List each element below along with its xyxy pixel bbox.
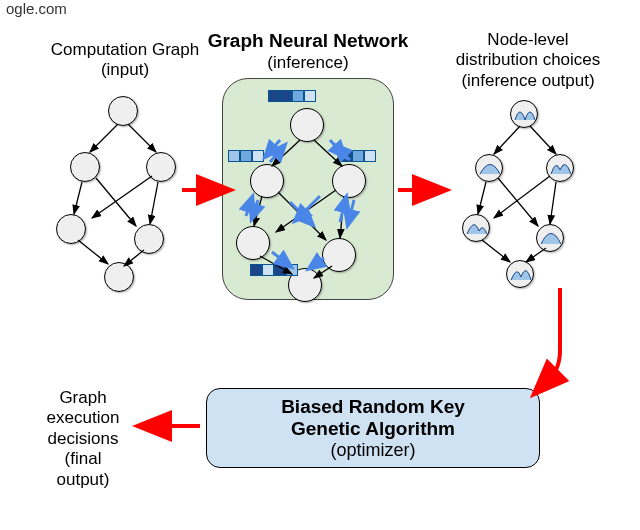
svg-line-30: [478, 182, 486, 214]
svg-line-0: [90, 124, 118, 152]
svg-line-2: [74, 182, 82, 214]
input-node: [104, 262, 134, 292]
diagram-canvas: ogle.com Computation Graph (input) Graph…: [0, 0, 640, 530]
dist-node: [510, 100, 538, 128]
input-node: [70, 152, 100, 182]
svg-line-3: [96, 178, 136, 226]
gnn-node: [332, 164, 366, 198]
optimizer-panel: Biased Random Key Genetic Algorithm (opt…: [206, 388, 540, 468]
final-output-label: Graph execution decisions (final output): [38, 388, 128, 490]
svg-line-4: [150, 182, 158, 224]
svg-line-32: [550, 182, 556, 224]
dist-node: [506, 260, 534, 288]
dist-node: [546, 154, 574, 182]
svg-line-34: [482, 240, 510, 262]
gnn-node: [290, 108, 324, 142]
optimizer-title-l1: Biased Random Key: [281, 396, 465, 418]
feature-bar: [228, 150, 264, 162]
svg-line-33: [494, 176, 550, 218]
svg-line-29: [530, 126, 556, 154]
svg-line-6: [78, 240, 108, 264]
svg-line-1: [128, 124, 156, 152]
output-dist-label: Node-level distribution choices (inferen…: [440, 30, 616, 91]
input-node: [56, 214, 86, 244]
input-node: [108, 96, 138, 126]
header-fragment: ogle.com: [6, 0, 67, 17]
input-graph-label: Computation Graph (input): [40, 40, 210, 81]
input-node: [146, 152, 176, 182]
svg-line-5: [92, 176, 152, 218]
svg-line-31: [498, 178, 538, 226]
svg-line-28: [494, 126, 520, 154]
optimizer-title-l2: Genetic Algorithm: [291, 418, 455, 440]
gnn-node: [322, 238, 356, 272]
feature-bar: [268, 90, 316, 102]
feature-bar: [250, 264, 298, 276]
gnn-node: [250, 164, 284, 198]
feature-bar: [340, 150, 376, 162]
optimizer-sub: (optimizer): [330, 440, 415, 461]
dist-node: [462, 214, 490, 242]
gnn-label: Graph Neural Network (inference): [198, 30, 418, 73]
input-node: [134, 224, 164, 254]
dist-node: [536, 224, 564, 252]
dist-node: [475, 154, 503, 182]
gnn-node: [236, 226, 270, 260]
